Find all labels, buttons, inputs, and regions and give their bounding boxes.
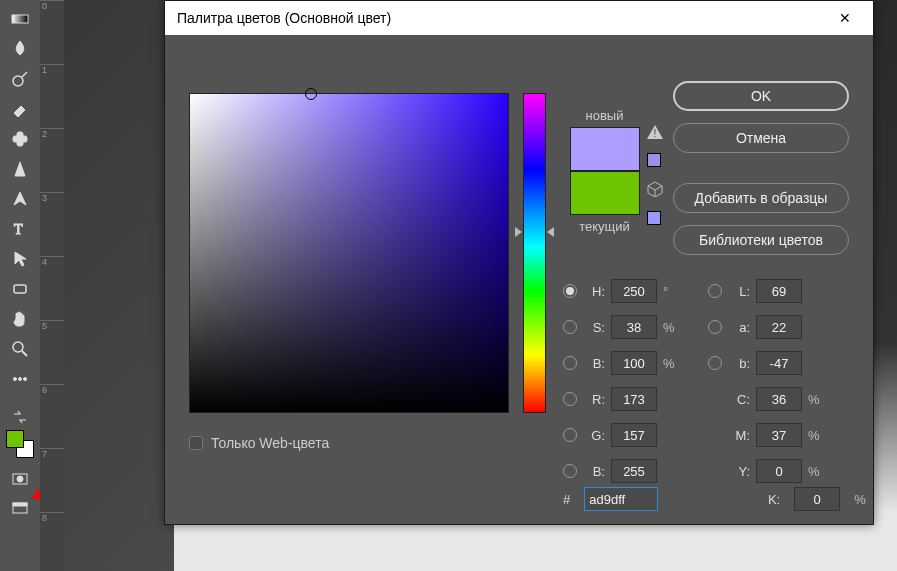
spot-heal-tool[interactable] <box>3 124 37 154</box>
blur-tool[interactable] <box>3 34 37 64</box>
dodge-tool[interactable] <box>3 64 37 94</box>
svg-point-1 <box>13 76 23 86</box>
dialog-titlebar[interactable]: Палитра цветов (Основной цвет) ✕ <box>165 1 873 35</box>
b-input[interactable] <box>756 351 802 375</box>
ok-button[interactable]: OK <box>673 81 849 111</box>
hue-slider[interactable] <box>523 93 546 413</box>
svg-rect-6 <box>14 285 26 293</box>
vertical-ruler: 0 1 2 3 4 5 6 7 8 <box>40 0 64 571</box>
svg-point-10 <box>19 378 22 381</box>
svg-line-8 <box>22 351 27 356</box>
gamut-warning-icon[interactable]: ! <box>647 125 663 139</box>
y-input[interactable] <box>756 459 802 483</box>
svg-point-11 <box>24 378 27 381</box>
hex-input[interactable] <box>584 487 658 511</box>
cube-icon[interactable] <box>647 181 663 197</box>
hue-indicator-right-icon <box>547 227 554 237</box>
l-radio[interactable] <box>708 284 722 298</box>
websafe-swatch[interactable] <box>647 211 661 225</box>
color-picker-dialog: Палитра цветов (Основной цвет) ✕ новый т… <box>164 0 874 525</box>
foreground-background-swatch[interactable] <box>6 430 34 458</box>
hand-tool[interactable] <box>3 304 37 334</box>
saturation-value-field[interactable] <box>189 93 509 413</box>
bval-radio[interactable] <box>563 356 577 370</box>
a-radio[interactable] <box>708 320 722 334</box>
quickmask-tool[interactable] <box>3 464 37 494</box>
cancel-button[interactable]: Отмена <box>673 123 849 153</box>
svg-rect-4 <box>13 136 27 142</box>
rectangle-tool[interactable] <box>3 274 37 304</box>
r-input[interactable] <box>611 387 657 411</box>
b-radio[interactable] <box>708 356 722 370</box>
color-libraries-button[interactable]: Библиотеки цветов <box>673 225 849 255</box>
svg-text:T: T <box>14 222 23 237</box>
svg-point-13 <box>17 476 23 482</box>
k-input[interactable] <box>794 487 840 511</box>
new-color-swatch[interactable] <box>570 127 640 171</box>
sv-cursor <box>305 88 317 100</box>
bcol-radio[interactable] <box>563 464 577 478</box>
sat-input[interactable] <box>611 315 657 339</box>
m-input[interactable] <box>756 423 802 447</box>
sharpen-tool[interactable] <box>3 154 37 184</box>
dialog-title: Палитра цветов (Основной цвет) <box>177 10 829 26</box>
current-color-label: текущий <box>567 219 642 234</box>
screen-mode-tool[interactable] <box>3 494 37 524</box>
r-radio[interactable] <box>563 392 577 406</box>
gradient-tool[interactable] <box>3 4 37 34</box>
web-colors-checkbox[interactable] <box>189 436 203 450</box>
close-icon[interactable]: ✕ <box>829 10 861 26</box>
add-swatch-button[interactable]: Добавить в образцы <box>673 183 849 213</box>
hue-indicator-left-icon <box>515 227 522 237</box>
pen-tool[interactable] <box>3 184 37 214</box>
a-input[interactable] <box>756 315 802 339</box>
zoom-tool[interactable] <box>3 334 37 364</box>
g-input[interactable] <box>611 423 657 447</box>
svg-rect-0 <box>12 15 28 23</box>
more-tool[interactable] <box>3 364 37 394</box>
svg-rect-15 <box>13 503 27 506</box>
sat-radio[interactable] <box>563 320 577 334</box>
hue-radio[interactable] <box>563 284 577 298</box>
svg-point-9 <box>14 378 17 381</box>
foreground-color-swatch[interactable] <box>6 430 24 448</box>
bval-input[interactable] <box>611 351 657 375</box>
svg-line-2 <box>22 72 27 77</box>
swap-colors-icon[interactable] <box>3 408 37 426</box>
hex-prefix: # <box>563 492 570 507</box>
web-colors-label: Только Web-цвета <box>211 435 329 451</box>
l-input[interactable] <box>756 279 802 303</box>
eraser-tool[interactable] <box>3 94 37 124</box>
g-radio[interactable] <box>563 428 577 442</box>
svg-point-7 <box>13 342 23 352</box>
svg-text:!: ! <box>654 128 657 139</box>
hue-input[interactable] <box>611 279 657 303</box>
gamut-swatch[interactable] <box>647 153 661 167</box>
tools-panel: T <box>0 0 40 571</box>
bcol-input[interactable] <box>611 459 657 483</box>
current-color-swatch[interactable] <box>570 171 640 215</box>
new-color-label: новый <box>567 108 642 123</box>
c-input[interactable] <box>756 387 802 411</box>
path-select-tool[interactable] <box>3 244 37 274</box>
type-tool[interactable]: T <box>3 214 37 244</box>
